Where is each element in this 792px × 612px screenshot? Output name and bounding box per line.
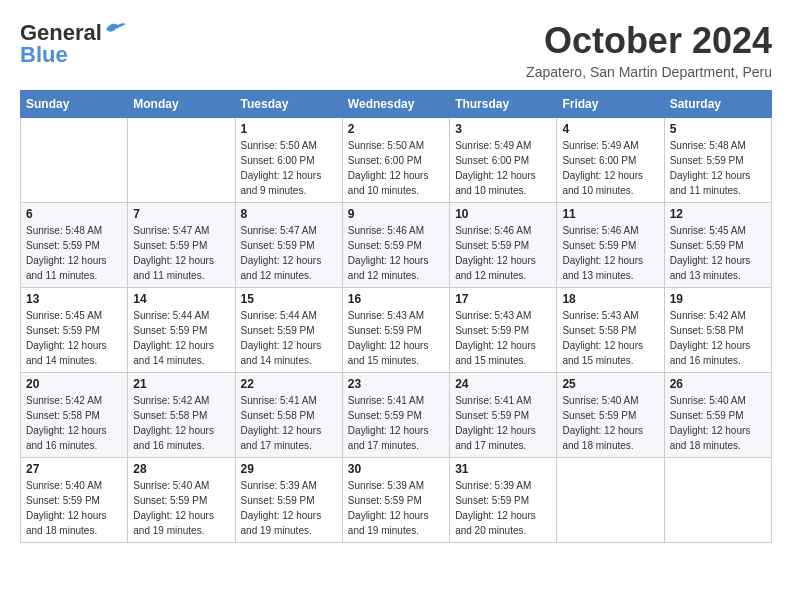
day-number: 14 <box>133 292 229 306</box>
day-detail: Sunrise: 5:50 AM Sunset: 6:00 PM Dayligh… <box>348 138 444 198</box>
day-detail: Sunrise: 5:46 AM Sunset: 5:59 PM Dayligh… <box>455 223 551 283</box>
day-detail: Sunrise: 5:49 AM Sunset: 6:00 PM Dayligh… <box>562 138 658 198</box>
day-detail: Sunrise: 5:46 AM Sunset: 5:59 PM Dayligh… <box>562 223 658 283</box>
calendar-cell: 3Sunrise: 5:49 AM Sunset: 6:00 PM Daylig… <box>450 118 557 203</box>
day-number: 8 <box>241 207 337 221</box>
day-number: 17 <box>455 292 551 306</box>
day-detail: Sunrise: 5:49 AM Sunset: 6:00 PM Dayligh… <box>455 138 551 198</box>
calendar-cell: 13Sunrise: 5:45 AM Sunset: 5:59 PM Dayli… <box>21 288 128 373</box>
calendar-cell: 17Sunrise: 5:43 AM Sunset: 5:59 PM Dayli… <box>450 288 557 373</box>
day-detail: Sunrise: 5:47 AM Sunset: 5:59 PM Dayligh… <box>241 223 337 283</box>
day-number: 18 <box>562 292 658 306</box>
day-detail: Sunrise: 5:47 AM Sunset: 5:59 PM Dayligh… <box>133 223 229 283</box>
day-detail: Sunrise: 5:40 AM Sunset: 5:59 PM Dayligh… <box>562 393 658 453</box>
weekday-header-monday: Monday <box>128 91 235 118</box>
month-title: October 2024 <box>526 20 772 62</box>
day-detail: Sunrise: 5:39 AM Sunset: 5:59 PM Dayligh… <box>348 478 444 538</box>
calendar-cell: 24Sunrise: 5:41 AM Sunset: 5:59 PM Dayli… <box>450 373 557 458</box>
calendar-cell: 8Sunrise: 5:47 AM Sunset: 5:59 PM Daylig… <box>235 203 342 288</box>
day-number: 6 <box>26 207 122 221</box>
calendar-cell: 30Sunrise: 5:39 AM Sunset: 5:59 PM Dayli… <box>342 458 449 543</box>
day-detail: Sunrise: 5:42 AM Sunset: 5:58 PM Dayligh… <box>670 308 766 368</box>
calendar-cell: 28Sunrise: 5:40 AM Sunset: 5:59 PM Dayli… <box>128 458 235 543</box>
day-detail: Sunrise: 5:43 AM Sunset: 5:58 PM Dayligh… <box>562 308 658 368</box>
day-number: 31 <box>455 462 551 476</box>
day-detail: Sunrise: 5:48 AM Sunset: 5:59 PM Dayligh… <box>26 223 122 283</box>
day-detail: Sunrise: 5:43 AM Sunset: 5:59 PM Dayligh… <box>348 308 444 368</box>
day-number: 12 <box>670 207 766 221</box>
day-number: 19 <box>670 292 766 306</box>
logo-text-blue: Blue <box>20 42 68 68</box>
day-number: 3 <box>455 122 551 136</box>
day-detail: Sunrise: 5:40 AM Sunset: 5:59 PM Dayligh… <box>670 393 766 453</box>
calendar-cell: 10Sunrise: 5:46 AM Sunset: 5:59 PM Dayli… <box>450 203 557 288</box>
calendar-cell <box>557 458 664 543</box>
day-detail: Sunrise: 5:41 AM Sunset: 5:58 PM Dayligh… <box>241 393 337 453</box>
week-row-1: 1Sunrise: 5:50 AM Sunset: 6:00 PM Daylig… <box>21 118 772 203</box>
calendar-cell: 12Sunrise: 5:45 AM Sunset: 5:59 PM Dayli… <box>664 203 771 288</box>
day-number: 23 <box>348 377 444 391</box>
calendar-cell: 4Sunrise: 5:49 AM Sunset: 6:00 PM Daylig… <box>557 118 664 203</box>
calendar-cell: 27Sunrise: 5:40 AM Sunset: 5:59 PM Dayli… <box>21 458 128 543</box>
day-number: 15 <box>241 292 337 306</box>
calendar-cell: 14Sunrise: 5:44 AM Sunset: 5:59 PM Dayli… <box>128 288 235 373</box>
weekday-header-friday: Friday <box>557 91 664 118</box>
week-row-3: 13Sunrise: 5:45 AM Sunset: 5:59 PM Dayli… <box>21 288 772 373</box>
weekday-header-wednesday: Wednesday <box>342 91 449 118</box>
day-number: 22 <box>241 377 337 391</box>
logo: General Blue <box>20 20 126 68</box>
day-number: 29 <box>241 462 337 476</box>
calendar-cell: 22Sunrise: 5:41 AM Sunset: 5:58 PM Dayli… <box>235 373 342 458</box>
day-number: 21 <box>133 377 229 391</box>
calendar-cell: 20Sunrise: 5:42 AM Sunset: 5:58 PM Dayli… <box>21 373 128 458</box>
week-row-4: 20Sunrise: 5:42 AM Sunset: 5:58 PM Dayli… <box>21 373 772 458</box>
day-number: 25 <box>562 377 658 391</box>
calendar-cell: 25Sunrise: 5:40 AM Sunset: 5:59 PM Dayli… <box>557 373 664 458</box>
week-row-2: 6Sunrise: 5:48 AM Sunset: 5:59 PM Daylig… <box>21 203 772 288</box>
calendar-cell: 2Sunrise: 5:50 AM Sunset: 6:00 PM Daylig… <box>342 118 449 203</box>
day-number: 9 <box>348 207 444 221</box>
calendar-cell: 16Sunrise: 5:43 AM Sunset: 5:59 PM Dayli… <box>342 288 449 373</box>
calendar-cell: 7Sunrise: 5:47 AM Sunset: 5:59 PM Daylig… <box>128 203 235 288</box>
calendar-cell: 1Sunrise: 5:50 AM Sunset: 6:00 PM Daylig… <box>235 118 342 203</box>
calendar-cell: 15Sunrise: 5:44 AM Sunset: 5:59 PM Dayli… <box>235 288 342 373</box>
calendar-cell: 26Sunrise: 5:40 AM Sunset: 5:59 PM Dayli… <box>664 373 771 458</box>
day-detail: Sunrise: 5:39 AM Sunset: 5:59 PM Dayligh… <box>455 478 551 538</box>
calendar-cell <box>128 118 235 203</box>
day-detail: Sunrise: 5:40 AM Sunset: 5:59 PM Dayligh… <box>26 478 122 538</box>
day-detail: Sunrise: 5:42 AM Sunset: 5:58 PM Dayligh… <box>26 393 122 453</box>
weekday-header-sunday: Sunday <box>21 91 128 118</box>
calendar-cell <box>664 458 771 543</box>
day-detail: Sunrise: 5:46 AM Sunset: 5:59 PM Dayligh… <box>348 223 444 283</box>
day-number: 26 <box>670 377 766 391</box>
calendar-cell: 23Sunrise: 5:41 AM Sunset: 5:59 PM Dayli… <box>342 373 449 458</box>
day-number: 7 <box>133 207 229 221</box>
calendar-cell: 6Sunrise: 5:48 AM Sunset: 5:59 PM Daylig… <box>21 203 128 288</box>
calendar-cell: 18Sunrise: 5:43 AM Sunset: 5:58 PM Dayli… <box>557 288 664 373</box>
day-detail: Sunrise: 5:44 AM Sunset: 5:59 PM Dayligh… <box>241 308 337 368</box>
weekday-header-tuesday: Tuesday <box>235 91 342 118</box>
weekday-header-row: SundayMondayTuesdayWednesdayThursdayFrid… <box>21 91 772 118</box>
day-detail: Sunrise: 5:41 AM Sunset: 5:59 PM Dayligh… <box>455 393 551 453</box>
day-detail: Sunrise: 5:48 AM Sunset: 5:59 PM Dayligh… <box>670 138 766 198</box>
day-number: 30 <box>348 462 444 476</box>
day-number: 16 <box>348 292 444 306</box>
day-detail: Sunrise: 5:44 AM Sunset: 5:59 PM Dayligh… <box>133 308 229 368</box>
day-number: 20 <box>26 377 122 391</box>
day-number: 11 <box>562 207 658 221</box>
day-detail: Sunrise: 5:45 AM Sunset: 5:59 PM Dayligh… <box>670 223 766 283</box>
day-detail: Sunrise: 5:41 AM Sunset: 5:59 PM Dayligh… <box>348 393 444 453</box>
day-number: 28 <box>133 462 229 476</box>
title-section: October 2024 Zapatero, San Martin Depart… <box>526 20 772 80</box>
day-number: 1 <box>241 122 337 136</box>
calendar-cell: 21Sunrise: 5:42 AM Sunset: 5:58 PM Dayli… <box>128 373 235 458</box>
calendar-cell: 9Sunrise: 5:46 AM Sunset: 5:59 PM Daylig… <box>342 203 449 288</box>
day-detail: Sunrise: 5:42 AM Sunset: 5:58 PM Dayligh… <box>133 393 229 453</box>
calendar-cell: 29Sunrise: 5:39 AM Sunset: 5:59 PM Dayli… <box>235 458 342 543</box>
day-number: 4 <box>562 122 658 136</box>
week-row-5: 27Sunrise: 5:40 AM Sunset: 5:59 PM Dayli… <box>21 458 772 543</box>
day-detail: Sunrise: 5:50 AM Sunset: 6:00 PM Dayligh… <box>241 138 337 198</box>
page-header: General Blue October 2024 Zapatero, San … <box>20 20 772 80</box>
calendar-cell: 5Sunrise: 5:48 AM Sunset: 5:59 PM Daylig… <box>664 118 771 203</box>
day-number: 10 <box>455 207 551 221</box>
